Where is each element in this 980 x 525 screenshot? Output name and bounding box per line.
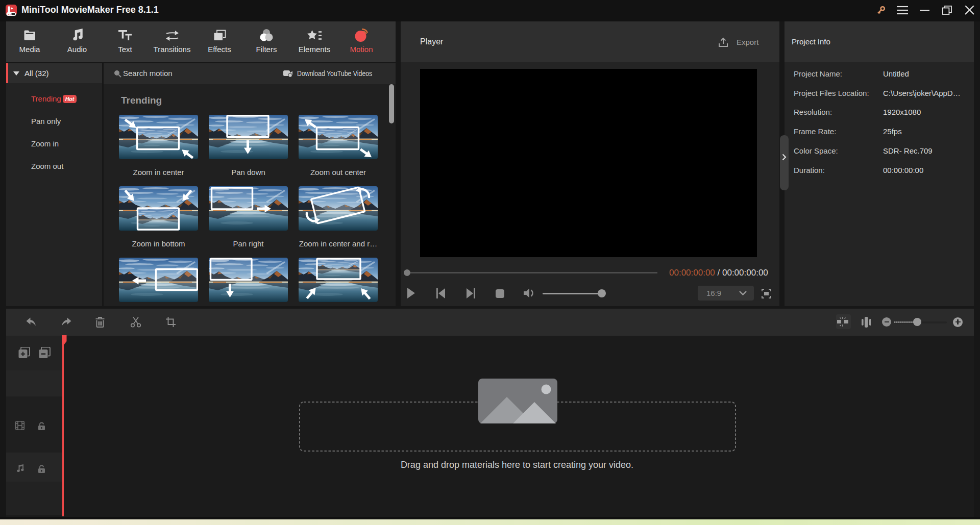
- svg-text:cc: cc: [8, 13, 12, 16]
